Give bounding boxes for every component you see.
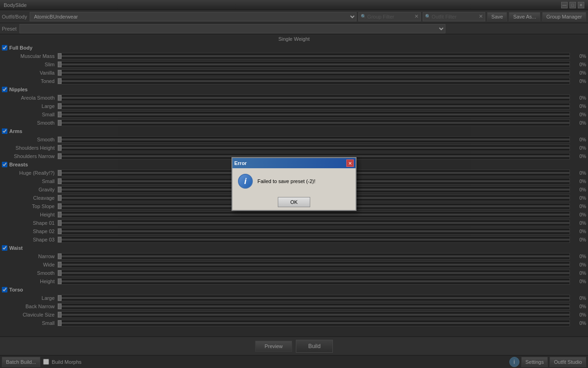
modal-titlebar: Error ✕	[232, 158, 356, 168]
error-modal: Error ✕ i Failed to save preset (-2)! OK	[231, 157, 357, 211]
modal-info-icon: i	[238, 174, 253, 189]
modal-message: Failed to save preset (-2)!	[257, 178, 350, 184]
modal-close-button[interactable]: ✕	[346, 159, 354, 167]
modal-title: Error	[234, 160, 247, 166]
modal-body: i Failed to save preset (-2)!	[232, 168, 356, 194]
modal-ok-button[interactable]: OK	[278, 197, 310, 207]
modal-overlay: Error ✕ i Failed to save preset (-2)! OK	[0, 0, 588, 368]
modal-footer: OK	[232, 194, 356, 210]
